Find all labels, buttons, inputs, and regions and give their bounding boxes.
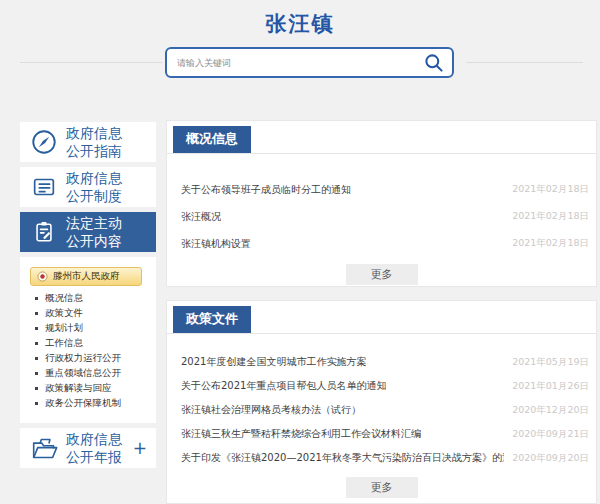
submenu-item-work-info[interactable]: 工作信息 [30, 336, 148, 351]
compass-icon [29, 128, 59, 156]
document-date: 2021年05月19日 [512, 356, 589, 369]
submenu-item-plans[interactable]: 规划计划 [30, 321, 148, 336]
main-content: 概况信息 关于公布领导班子成员临时分工的通知 2021年02月18日 张汪概况 … [166, 120, 597, 504]
submenu-item-policy-documents[interactable]: 政策文件 [30, 306, 148, 321]
sidebar-item-statutory-disclosure[interactable]: 法定主动 公开内容 [20, 212, 156, 252]
bullet-icon [35, 357, 38, 360]
submenu-item-label: 工作信息 [45, 337, 83, 350]
radio-target-icon [37, 271, 48, 282]
divider-left [20, 62, 162, 63]
submenu-item-label: 行政权力运行公开 [45, 352, 121, 365]
sidebar-submenu: 滕州市人民政府 概况信息 政策文件 规划计划 工作信息 行政权力运行公开 重点领… [20, 257, 156, 423]
more-button-policy[interactable]: 更多 [346, 477, 418, 498]
document-link[interactable]: 关于公布领导班子成员临时分工的通知 [181, 183, 351, 197]
list-item: 张汪镇机构设置 2021年02月18日 [167, 230, 596, 257]
document-date: 2021年01月26日 [512, 380, 589, 393]
document-list: 关于公布领导班子成员临时分工的通知 2021年02月18日 张汪概况 2021年… [167, 176, 596, 257]
more-button-overview[interactable]: 更多 [346, 264, 418, 285]
search-input[interactable] [167, 58, 423, 68]
bullet-icon [35, 312, 38, 315]
tab-policy-documents[interactable]: 政策文件 [173, 306, 251, 333]
section-policy-documents: 政策文件 2021年度创建全国文明城市工作实施方案 2021年05月19日 关于… [166, 300, 597, 504]
sidebar-item-label: 法定主动 公开内容 [66, 214, 122, 250]
document-link[interactable]: 张汪镇三秋生产暨秸秆禁烧综合利用工作会议材料汇编 [181, 427, 421, 441]
document-date: 2021年02月18日 [512, 183, 589, 196]
document-link[interactable]: 2021年度创建全国文明城市工作实施方案 [181, 355, 366, 369]
document-list: 2021年度创建全国文明城市工作实施方案 2021年05月19日 关于公布202… [167, 350, 596, 470]
submenu-item-label: 规划计划 [45, 322, 83, 335]
list-item: 关于公布领导班子成员临时分工的通知 2021年02月18日 [167, 176, 596, 203]
list-item: 关于公布2021年重点项目帮包人员名单的通知 2021年01月26日 [167, 374, 596, 398]
search-button[interactable] [423, 52, 452, 74]
document-link[interactable]: 张汪概况 [181, 210, 221, 224]
folder-icon [29, 435, 59, 462]
page-title: 张汪镇 [0, 10, 600, 38]
clipboard-pen-icon [29, 219, 59, 245]
search-icon [423, 52, 445, 74]
document-icon [29, 173, 59, 201]
list-item: 张汪镇社会治理网格员考核办法（试行） 2020年12月20日 [167, 398, 596, 422]
tab-overview-info[interactable]: 概况信息 [173, 126, 251, 153]
sidebar-item-label: 政府信息 公开制度 [66, 169, 122, 205]
submenu-item-safeguard-mechanism[interactable]: 政务公开保障机制 [30, 396, 148, 411]
submenu-item-key-areas[interactable]: 重点领域信息公开 [30, 366, 148, 381]
section-overview-info: 概况信息 关于公布领导班子成员临时分工的通知 2021年02月18日 张汪概况 … [166, 120, 597, 287]
sidebar-item-open-system[interactable]: 政府信息 公开制度 [20, 167, 156, 207]
bullet-icon [35, 297, 38, 300]
document-date: 2021年02月18日 [512, 210, 589, 223]
sidebar: 政府信息 公开指南 政府信息 公开制度 [20, 122, 156, 473]
section-tab-row: 概况信息 [167, 121, 596, 154]
document-date: 2020年12月20日 [512, 404, 589, 417]
sidebar-item-label: 政府信息 公开指南 [66, 124, 122, 160]
submenu-item-label: 政策解读与回应 [45, 382, 112, 395]
submenu-item-label: 概况信息 [45, 292, 83, 305]
document-date: 2021年02月18日 [512, 237, 589, 250]
document-link[interactable]: 关于公布2021年重点项目帮包人员名单的通知 [181, 379, 386, 393]
submenu-item-label: 政策文件 [45, 307, 83, 320]
sidebar-item-open-guide[interactable]: 政府信息 公开指南 [20, 122, 156, 162]
document-date: 2020年09月21日 [512, 428, 589, 441]
bullet-icon [35, 327, 38, 330]
bullet-icon [35, 387, 38, 390]
submenu-item-administrative-power[interactable]: 行政权力运行公开 [30, 351, 148, 366]
divider-right [466, 62, 583, 63]
sidebar-item-label: 政府信息 公开年报 [66, 430, 122, 466]
section-tab-row: 政策文件 [167, 301, 596, 334]
sidebar-item-annual-report[interactable]: 政府信息 公开年报 + [20, 428, 156, 468]
document-link[interactable]: 关于印发《张汪镇2020—2021年秋冬季大气污染防治百日决战方案》的通知 [181, 451, 504, 465]
list-item: 关于印发《张汪镇2020—2021年秋冬季大气污染防治百日决战方案》的通知 20… [167, 446, 596, 470]
list-item: 张汪镇三秋生产暨秸秆禁烧综合利用工作会议材料汇编 2020年09月21日 [167, 422, 596, 446]
expand-plus-icon[interactable]: + [133, 440, 147, 457]
submenu-item-label: 滕州市人民政府 [53, 270, 120, 283]
submenu-item-policy-interpretation[interactable]: 政策解读与回应 [30, 381, 148, 396]
submenu-item-overview[interactable]: 概况信息 [30, 291, 148, 306]
list-item: 张汪概况 2021年02月18日 [167, 203, 596, 230]
document-link[interactable]: 张汪镇机构设置 [181, 237, 251, 251]
document-date: 2020年09月20日 [512, 452, 589, 465]
bullet-icon [35, 402, 38, 405]
search-box [165, 47, 454, 78]
bullet-icon [35, 372, 38, 375]
submenu-item-label: 重点领域信息公开 [45, 367, 121, 380]
document-link[interactable]: 张汪镇社会治理网格员考核办法（试行） [181, 403, 361, 417]
bullet-icon [35, 342, 38, 345]
submenu-item-label: 政务公开保障机制 [45, 397, 121, 410]
list-item: 2021年度创建全国文明城市工作实施方案 2021年05月19日 [167, 350, 596, 374]
submenu-item-tengzhou-government[interactable]: 滕州市人民政府 [30, 267, 142, 286]
